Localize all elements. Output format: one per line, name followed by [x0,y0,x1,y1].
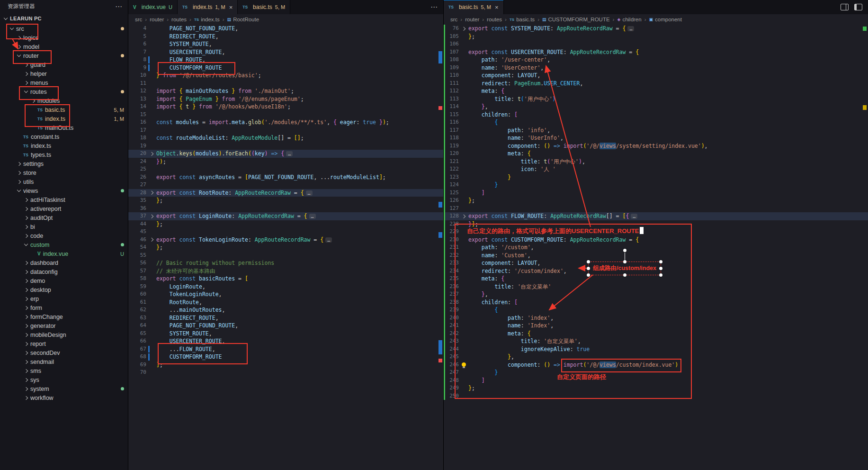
tab-basic.ts[interactable]: TSbasic.ts5, M [238,0,290,14]
line-number[interactable]: 27 [128,181,146,189]
code-line-108[interactable]: 108 path: '/user-center', [444,56,868,64]
code-line-122[interactable]: 122 icon: '人 ' [444,165,868,173]
line-number[interactable]: 244 [444,345,459,353]
code-line-35[interactable]: 35}; [128,197,443,205]
tree-item-form[interactable]: form [0,303,128,312]
tree-item-erp[interactable]: erp [0,294,128,303]
tree-item-sendmail[interactable]: sendmail [0,357,128,366]
line-number[interactable]: 108 [444,56,459,64]
code-line-57[interactable]: 57// 未经许可的基本路由 [128,267,443,275]
line-number[interactable]: 120 [444,150,459,158]
line-number[interactable]: 114 [444,103,459,111]
code-line-6[interactable]: 6 SYSTEM_ROUTE, [128,40,443,48]
line-number[interactable]: 4 [128,25,146,33]
code-line-106[interactable]: 106 [444,40,868,48]
breadcrumb-item-RootRoute[interactable]: ▤RootRoute [227,17,260,22]
fold-chevron-icon[interactable] [462,214,465,218]
code-line-16[interactable]: 16const modules = import.meta.glob('./mo… [128,118,443,127]
line-number[interactable]: 63 [128,314,146,322]
line-number[interactable]: 14 [128,103,146,111]
code-line-231[interactable]: 231 path: '/custom', [444,244,868,252]
code-line-230[interactable]: 230export const CUSTOMFORM_ROUTE: AppRou… [444,236,868,244]
breadcrumb-item-children[interactable]: ◈children [617,17,641,22]
code-line-15[interactable]: 15 [128,111,443,119]
tree-item-sys[interactable]: sys [0,375,128,384]
line-number[interactable]: 36 [128,205,146,213]
fold-chevron-icon[interactable] [462,27,465,30]
breadcrumb-item-src[interactable]: src [450,17,457,22]
line-number[interactable]: 46 [128,236,146,244]
editor-index-ts[interactable]: 4 PAGE_NOT_FOUND_ROUTE,5 REDIRECT_ROUTE,… [128,25,443,470]
line-number[interactable]: 28 [128,189,146,197]
code-line-25[interactable]: 25 [128,165,443,173]
code-line-119[interactable]: 119 component: () => import('/@/views/sy… [444,142,868,150]
line-number[interactable]: 249 [444,384,459,392]
code-line-235[interactable]: 235 meta: { [444,275,868,283]
tree-item-logics[interactable]: logics [0,33,128,42]
code-line-125[interactable]: 125 ] [444,189,868,197]
code-line-59[interactable]: 59 LoginRoute, [128,283,443,291]
tree-item-router[interactable]: router [0,51,128,60]
folded-code-ellipsis[interactable]: … [286,151,293,156]
tree-item-auditOpt[interactable]: auditOpt [0,213,128,222]
line-number[interactable]: 238 [444,298,459,307]
fold-chevron-icon[interactable] [150,214,153,218]
tree-item-settings[interactable]: settings [0,159,128,168]
code-line-128[interactable]: 128export const FLOW_ROUTE: AppRouteReco… [444,212,868,220]
code-line-249[interactable]: 249}; [444,384,868,392]
line-number[interactable]: 59 [128,283,146,291]
tab-basic.ts[interactable]: TSbasic.ts5, M× [444,0,504,14]
line-number[interactable]: 121 [444,158,459,166]
code-line-12[interactable]: 12import { mainOutRoutes } from './mainO… [128,87,443,95]
customize-layout-icon[interactable] [854,4,862,10]
tab-index.ts[interactable]: TSindex.ts1, M× [178,0,238,14]
line-number[interactable]: 62 [128,306,146,314]
code-line-117[interactable]: 117 path: 'info', [444,127,868,135]
line-number[interactable]: 239 [444,306,459,314]
more-actions-icon[interactable]: ⋯ [425,3,443,11]
code-line-228[interactable]: 228}]; [444,220,868,228]
folded-code-ellipsis[interactable]: … [309,214,316,219]
line-number[interactable]: 9 [128,64,146,72]
tree-item-src[interactable]: src [0,24,128,33]
code-line-233[interactable]: 233 component: LAYOUT, [444,259,868,267]
code-line-45[interactable]: 45 [128,228,443,236]
code-line-10[interactable]: 10} from '/@/router/routes/basic'; [128,72,443,80]
code-line-37[interactable]: 37export const LoginRoute: AppRouteRecor… [128,212,443,220]
code-line-127[interactable]: 127 [444,205,868,213]
code-line-250[interactable]: 250 [444,392,868,400]
breadcrumb-item-src[interactable]: src [135,17,142,22]
tree-item-bi[interactable]: bi [0,222,128,231]
breadcrumb-item-router[interactable]: router [150,17,164,22]
code-line-19[interactable]: 19 [128,142,443,150]
code-line-112[interactable]: 112 meta: { [444,87,868,95]
line-number[interactable]: 107 [444,48,459,56]
code-line-54[interactable]: 54}; [128,244,443,252]
split-editor-icon[interactable] [841,4,849,10]
fold-chevron-icon[interactable] [150,238,153,242]
line-number[interactable]: 115 [444,111,459,119]
line-number[interactable]: 7 [128,48,146,56]
line-number[interactable]: 235 [444,275,459,283]
line-number[interactable]: 54 [128,244,146,252]
code-line-13[interactable]: 13import { PageEnum } from '/@/enums/pag… [128,95,443,103]
code-line-245[interactable]: 245 }, [444,353,868,361]
line-number[interactable]: 8 [128,56,146,64]
tree-item-mobileDesign[interactable]: mobileDesign [0,330,128,339]
code-line-61[interactable]: 61 RootRoute, [128,298,443,307]
line-number[interactable]: 17 [128,127,146,135]
tree-item-helper[interactable]: helper [0,69,128,78]
line-number[interactable]: 56 [128,259,146,267]
line-number[interactable]: 111 [444,80,459,88]
code-line-55[interactable]: 55 [128,252,443,260]
code-line-20[interactable]: 20Object.keys(modules).forEach((key) => … [128,150,443,158]
breadcrumb-item-router[interactable]: router [465,17,479,22]
line-number[interactable]: 12 [128,87,146,95]
code-line-241[interactable]: 241 name: 'Index', [444,322,868,330]
code-line-115[interactable]: 115 children: [ [444,111,868,119]
editor-basic-ts[interactable]: 76export const SYSTEM_ROUTE: AppRouteRec… [444,25,868,470]
code-line-46[interactable]: 46export const TokenLoginRoute: AppRoute… [128,236,443,244]
line-number[interactable]: 231 [444,244,459,252]
code-line-4[interactable]: 4 PAGE_NOT_FOUND_ROUTE, [128,25,443,33]
code-line-5[interactable]: 5 REDIRECT_ROUTE, [128,33,443,41]
